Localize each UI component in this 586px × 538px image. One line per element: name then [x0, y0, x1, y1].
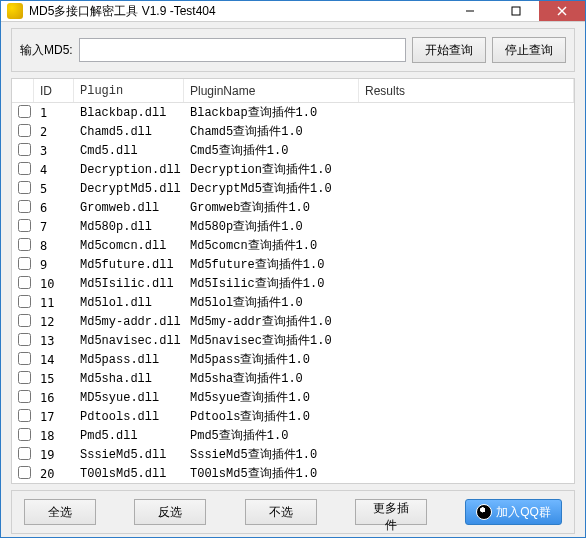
cell-pluginname: Pmd5查询插件1.0 — [184, 427, 359, 444]
table-row[interactable]: 11Md5lol.dllMd5lol查询插件1.0 — [12, 293, 574, 312]
table-row[interactable]: 19SssieMd5.dllSssieMd5查询插件1.0 — [12, 445, 574, 464]
header-pluginname[interactable]: PluginName — [184, 79, 359, 102]
cell-plugin: Md5Isilic.dll — [74, 277, 184, 291]
cell-pluginname: Decryption查询插件1.0 — [184, 161, 359, 178]
more-plugins-button[interactable]: 更多插件 — [355, 499, 427, 525]
cell-id: 17 — [34, 410, 74, 424]
cell-pluginname: SssieMd5查询插件1.0 — [184, 446, 359, 463]
app-window: MD5多接口解密工具 V1.9 -Test404 输入MD5: 开始查询 停止查… — [0, 0, 586, 538]
table-row[interactable]: 18Pmd5.dllPmd5查询插件1.0 — [12, 426, 574, 445]
invert-selection-button[interactable]: 反选 — [134, 499, 206, 525]
row-checkbox[interactable] — [18, 428, 31, 441]
row-checkbox[interactable] — [18, 162, 31, 175]
table-row[interactable]: 14Md5pass.dllMd5pass查询插件1.0 — [12, 350, 574, 369]
cell-plugin: Md5lol.dll — [74, 296, 184, 310]
cell-pluginname: Md5future查询插件1.0 — [184, 256, 359, 273]
table-row[interactable]: 15Md5sha.dllMd5sha查询插件1.0 — [12, 369, 574, 388]
row-checkbox[interactable] — [18, 314, 31, 327]
table-row[interactable]: 17Pdtools.dllPdtools查询插件1.0 — [12, 407, 574, 426]
row-checkbox[interactable] — [18, 124, 31, 137]
table-row[interactable]: 4Decryption.dllDecryption查询插件1.0 — [12, 160, 574, 179]
row-checkbox[interactable] — [18, 238, 31, 251]
cell-id: 2 — [34, 125, 74, 139]
cell-plugin: Md5my-addr.dll — [74, 315, 184, 329]
close-button[interactable] — [539, 1, 585, 21]
cell-id: 3 — [34, 144, 74, 158]
cell-pluginname: T00lsMd5查询插件1.0 — [184, 465, 359, 482]
qq-label: 加入QQ群 — [496, 504, 551, 521]
header-results[interactable]: Results — [359, 79, 574, 102]
table-row[interactable]: 1Blackbap.dllBlackbap查询插件1.0 — [12, 103, 574, 122]
cell-pluginname: Cmd5查询插件1.0 — [184, 142, 359, 159]
table-row[interactable]: 3Cmd5.dllCmd5查询插件1.0 — [12, 141, 574, 160]
cell-id: 5 — [34, 182, 74, 196]
table-row[interactable]: 2Chamd5.dllChamd5查询插件1.0 — [12, 122, 574, 141]
cell-id: 16 — [34, 391, 74, 405]
select-none-button[interactable]: 不选 — [245, 499, 317, 525]
cell-id: 4 — [34, 163, 74, 177]
table-row[interactable]: 6Gromweb.dllGromweb查询插件1.0 — [12, 198, 574, 217]
md5-input-label: 输入MD5: — [20, 42, 73, 59]
row-checkbox[interactable] — [18, 295, 31, 308]
table-row[interactable]: 10Md5Isilic.dllMd5Isilic查询插件1.0 — [12, 274, 574, 293]
header-id[interactable]: ID — [34, 79, 74, 102]
cell-pluginname: Md5pass查询插件1.0 — [184, 351, 359, 368]
table-row[interactable]: 7Md580p.dllMd580p查询插件1.0 — [12, 217, 574, 236]
table-row[interactable]: 5DecryptMd5.dllDecryptMd5查询插件1.0 — [12, 179, 574, 198]
header-plugin[interactable]: Plugin — [74, 79, 184, 102]
table-row[interactable]: 12Md5my-addr.dllMd5my-addr查询插件1.0 — [12, 312, 574, 331]
row-checkbox[interactable] — [18, 447, 31, 460]
cell-pluginname: Md5my-addr查询插件1.0 — [184, 313, 359, 330]
table-row[interactable]: 8Md5comcn.dllMd5comcn查询插件1.0 — [12, 236, 574, 255]
minimize-button[interactable] — [447, 1, 493, 21]
cell-id: 14 — [34, 353, 74, 367]
row-checkbox[interactable] — [18, 257, 31, 270]
row-checkbox[interactable] — [18, 143, 31, 156]
row-checkbox[interactable] — [18, 466, 31, 479]
cell-id: 13 — [34, 334, 74, 348]
start-query-button[interactable]: 开始查询 — [412, 37, 486, 63]
cell-id: 7 — [34, 220, 74, 234]
cell-plugin: Md5navisec.dll — [74, 334, 184, 348]
table-row[interactable]: 16MD5syue.dllMd5syue查询插件1.0 — [12, 388, 574, 407]
cell-plugin: Md5comcn.dll — [74, 239, 184, 253]
cell-plugin: Chamd5.dll — [74, 125, 184, 139]
row-checkbox[interactable] — [18, 409, 31, 422]
maximize-button[interactable] — [493, 1, 539, 21]
cell-pluginname: Blackbap查询插件1.0 — [184, 104, 359, 121]
row-checkbox[interactable] — [18, 219, 31, 232]
cell-plugin: Md5pass.dll — [74, 353, 184, 367]
row-checkbox[interactable] — [18, 276, 31, 289]
action-panel: 全选 反选 不选 更多插件 加入QQ群 — [11, 490, 575, 534]
join-qq-group-button[interactable]: 加入QQ群 — [465, 499, 562, 525]
table-row[interactable]: 20T00lsMd5.dllT00lsMd5查询插件1.0 — [12, 464, 574, 483]
cell-pluginname: Chamd5查询插件1.0 — [184, 123, 359, 140]
table-header: ID Plugin PluginName Results — [12, 79, 574, 103]
content-area: 输入MD5: 开始查询 停止查询 ID Plugin PluginName Re… — [1, 22, 585, 538]
row-checkbox[interactable] — [18, 105, 31, 118]
cell-pluginname: Gromweb查询插件1.0 — [184, 199, 359, 216]
md5-input[interactable] — [79, 38, 406, 62]
cell-id: 8 — [34, 239, 74, 253]
svg-rect-1 — [512, 7, 520, 15]
cell-id: 6 — [34, 201, 74, 215]
cell-pluginname: Md5syue查询插件1.0 — [184, 389, 359, 406]
row-checkbox[interactable] — [18, 200, 31, 213]
cell-plugin: Decryption.dll — [74, 163, 184, 177]
cell-pluginname: Pdtools查询插件1.0 — [184, 408, 359, 425]
table-row[interactable]: 9Md5future.dllMd5future查询插件1.0 — [12, 255, 574, 274]
table-body[interactable]: 1Blackbap.dllBlackbap查询插件1.02Chamd5.dllC… — [12, 103, 574, 483]
cell-id: 9 — [34, 258, 74, 272]
row-checkbox[interactable] — [18, 333, 31, 346]
svg-line-3 — [558, 7, 566, 15]
row-checkbox[interactable] — [18, 181, 31, 194]
stop-query-button[interactable]: 停止查询 — [492, 37, 566, 63]
cell-plugin: MD5syue.dll — [74, 391, 184, 405]
row-checkbox[interactable] — [18, 352, 31, 365]
row-checkbox[interactable] — [18, 371, 31, 384]
table-row[interactable]: 13Md5navisec.dllMd5navisec查询插件1.0 — [12, 331, 574, 350]
qq-icon — [476, 504, 492, 520]
row-checkbox[interactable] — [18, 390, 31, 403]
cell-id: 11 — [34, 296, 74, 310]
select-all-button[interactable]: 全选 — [24, 499, 96, 525]
